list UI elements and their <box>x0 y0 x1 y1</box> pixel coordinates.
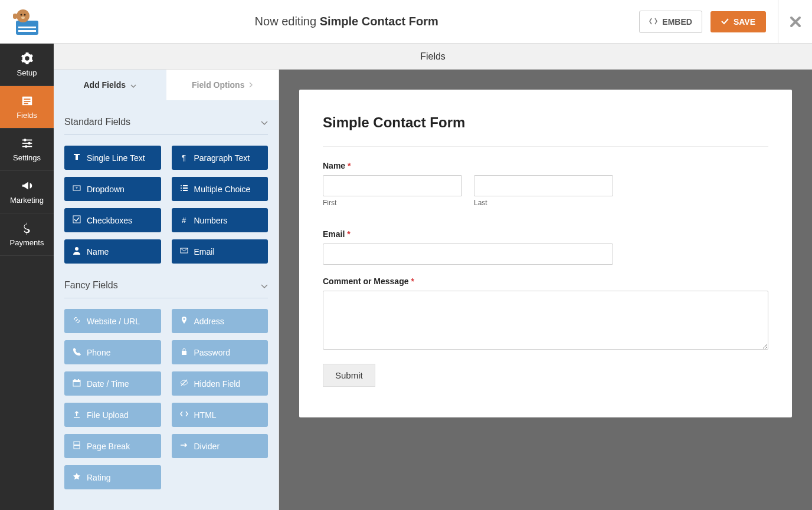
eye-off-icon <box>180 379 188 389</box>
form-icon <box>21 94 34 107</box>
field-label: Divider <box>194 442 220 451</box>
field-hidden-field[interactable]: Hidden Field <box>172 371 269 396</box>
tab-field-options-label: Field Options <box>192 80 244 90</box>
svg-rect-36 <box>74 445 80 446</box>
required-mark: * <box>347 229 350 239</box>
field-multiple-choice[interactable]: Multiple Choice <box>172 177 269 201</box>
tab-field-options[interactable]: Field Options <box>166 70 279 100</box>
nav-payments[interactable]: Payments <box>0 213 54 256</box>
lock-icon <box>180 347 188 357</box>
field-password[interactable]: Password <box>172 340 269 364</box>
field-label: Phone <box>87 348 110 357</box>
field-name[interactable]: Name <box>64 239 161 264</box>
section-fancy-fields[interactable]: Fancy Fields <box>64 264 268 298</box>
field-label: Hidden Field <box>194 379 241 389</box>
last-name-input[interactable] <box>474 175 613 196</box>
svg-point-17 <box>24 145 27 148</box>
tab-add-fields[interactable]: Add Fields <box>54 70 166 100</box>
nav-settings-label: Settings <box>13 153 41 162</box>
dropdown-icon <box>73 184 81 194</box>
svg-rect-33 <box>78 379 79 381</box>
gear-icon <box>21 52 34 65</box>
field-date-time[interactable]: Date / Time <box>64 371 161 396</box>
field-divider[interactable]: Divider <box>172 434 269 458</box>
text-icon <box>73 153 81 163</box>
svg-rect-2 <box>18 30 36 32</box>
submit-button[interactable]: Submit <box>323 364 375 387</box>
editing-form-name: Simple Contact Form <box>320 15 438 28</box>
svg-rect-9 <box>24 98 30 100</box>
field-dropdown[interactable]: Dropdown <box>64 177 161 201</box>
field-file-upload[interactable]: File Upload <box>64 403 161 427</box>
fancy-fields-grid: Website / URL Address Phone Password Dat… <box>64 298 268 489</box>
embed-label: EMBED <box>662 17 692 27</box>
editing-title: Now editing Simple Contact Form <box>54 15 639 28</box>
field-page-break[interactable]: Page Break <box>64 434 161 458</box>
form-field-name[interactable]: Name * First Last <box>323 161 768 218</box>
field-label: HTML <box>194 410 217 420</box>
upload-icon <box>73 410 81 420</box>
nav-setup[interactable]: Setup <box>0 44 54 86</box>
form-field-email[interactable]: Email * <box>323 229 768 265</box>
nav-marketing-label: Marketing <box>10 196 44 205</box>
field-single-line-text[interactable]: Single Line Text <box>64 146 161 170</box>
form-field-comment[interactable]: Comment or Message * <box>323 277 768 352</box>
section-standard-fields[interactable]: Standard Fields <box>64 100 268 135</box>
user-icon <box>73 246 81 256</box>
form-preview: Simple Contact Form Name * First <box>299 90 792 417</box>
field-label: Date / Time <box>87 379 129 389</box>
field-numbers[interactable]: #Numbers <box>172 208 269 232</box>
field-label: Rating <box>87 473 110 482</box>
field-phone[interactable]: Phone <box>64 340 161 364</box>
section-standard-title: Standard Fields <box>64 117 130 127</box>
nav-fields[interactable]: Fields <box>0 86 54 129</box>
field-label: Password <box>194 348 230 357</box>
svg-rect-24 <box>183 190 188 191</box>
field-checkboxes[interactable]: Checkboxes <box>64 208 161 232</box>
close-button[interactable] <box>778 0 812 44</box>
field-html[interactable]: HTML <box>172 403 269 427</box>
field-website-url[interactable]: Website / URL <box>64 309 161 333</box>
svg-point-6 <box>21 17 25 19</box>
code-embed-icon <box>649 17 657 27</box>
subheader-title: Fields <box>54 44 812 70</box>
sliders-icon <box>21 137 34 150</box>
svg-rect-11 <box>24 103 28 104</box>
panel-tabs: Add Fields Field Options <box>54 70 279 100</box>
pin-icon <box>180 316 188 326</box>
field-label: Address <box>194 317 224 326</box>
field-label: Page Break <box>87 442 130 451</box>
wpforms-logo-icon <box>11 8 43 36</box>
bullhorn-icon <box>21 179 34 192</box>
svg-point-16 <box>28 142 31 145</box>
svg-rect-10 <box>24 101 30 102</box>
svg-point-23 <box>181 190 182 191</box>
field-label: Website / URL <box>87 317 140 326</box>
field-rating[interactable]: Rating <box>64 465 161 489</box>
save-button[interactable]: SAVE <box>711 11 766 32</box>
embed-button[interactable]: EMBED <box>639 11 702 33</box>
svg-rect-22 <box>183 187 188 189</box>
preview-area: Simple Contact Form Name * First <box>279 70 812 510</box>
svg-rect-31 <box>73 380 80 382</box>
svg-rect-29 <box>182 351 186 355</box>
comment-textarea[interactable] <box>323 291 768 350</box>
topbar-actions: EMBED SAVE <box>639 0 812 44</box>
last-sublabel: Last <box>474 199 613 207</box>
email-label: Email * <box>323 229 768 239</box>
close-icon <box>790 16 801 28</box>
first-name-input[interactable] <box>323 175 462 196</box>
nav-settings[interactable]: Settings <box>0 129 54 171</box>
nav-marketing[interactable]: Marketing <box>0 171 54 213</box>
svg-rect-32 <box>74 379 76 381</box>
required-mark: * <box>411 277 414 286</box>
email-input[interactable] <box>323 244 613 265</box>
field-email[interactable]: Email <box>172 239 269 264</box>
field-address[interactable]: Address <box>172 309 269 333</box>
name-label: Name * <box>323 161 768 170</box>
code-icon <box>180 410 188 420</box>
field-label: Paragraph Text <box>194 153 250 163</box>
arrow-right-icon <box>180 441 188 451</box>
field-paragraph-text[interactable]: ¶Paragraph Text <box>172 146 269 170</box>
envelope-icon <box>180 246 188 256</box>
